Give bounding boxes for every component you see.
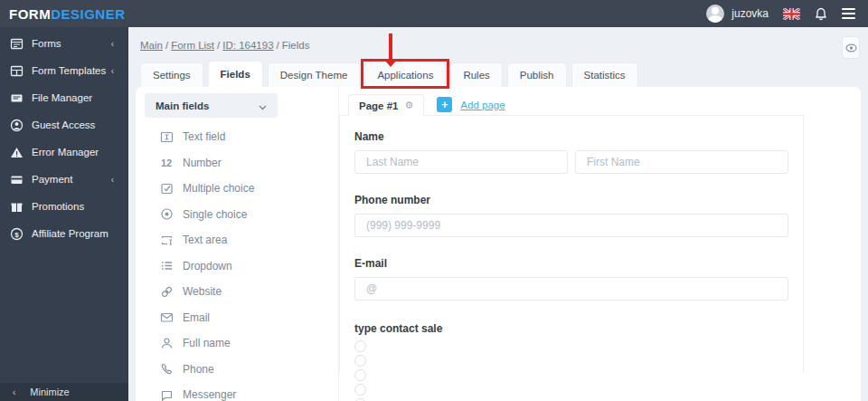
radio-option[interactable] bbox=[354, 369, 366, 381]
guest-access-icon bbox=[10, 119, 24, 132]
field-type-full-name[interactable]: Full name bbox=[136, 330, 338, 357]
phone-icon bbox=[159, 362, 174, 377]
phone-input[interactable] bbox=[354, 214, 788, 237]
radio-option[interactable] bbox=[354, 384, 366, 396]
sidebar-item-payment[interactable]: Payment ‹ bbox=[0, 166, 128, 193]
field-label: E-mail bbox=[354, 257, 788, 270]
tab-publish[interactable]: Publish bbox=[507, 62, 567, 87]
field-type-text-area[interactable]: Text area bbox=[136, 227, 338, 253]
field-label: Name bbox=[354, 130, 788, 143]
field-type-text-field[interactable]: Text field bbox=[136, 124, 338, 150]
tab-statistics[interactable]: Statistics bbox=[571, 62, 638, 87]
error-manager-icon bbox=[10, 146, 24, 159]
email-icon bbox=[159, 310, 174, 325]
form-field-type-contact-sale: type contact sale bbox=[354, 322, 788, 401]
number-icon: 12 bbox=[159, 156, 174, 170]
sidebar-item-affiliate-program[interactable]: $ Affiliate Program bbox=[0, 220, 128, 247]
text-area-icon bbox=[159, 233, 174, 247]
field-type-phone[interactable]: Phone bbox=[136, 357, 338, 383]
website-icon bbox=[159, 284, 174, 299]
page-settings-icon[interactable]: ⚙ bbox=[404, 100, 413, 110]
tab-fields[interactable]: Fields bbox=[208, 61, 263, 87]
chevron-left-icon: ‹ bbox=[13, 387, 15, 397]
field-type-messenger[interactable]: Messenger bbox=[136, 382, 338, 401]
minimize-button[interactable]: ‹ Minimize bbox=[0, 383, 128, 401]
main-fields-dropdown[interactable]: Main fields bbox=[145, 93, 278, 118]
uk-flag-icon[interactable] bbox=[783, 8, 800, 20]
sidebar-item-form-templates[interactable]: Form Templates ‹ bbox=[0, 57, 128, 84]
single-choice-icon bbox=[159, 207, 174, 222]
plus-icon: + bbox=[437, 97, 452, 112]
app-logo[interactable]: FORMDESIGNER bbox=[9, 6, 126, 22]
multiple-choice-icon bbox=[159, 181, 174, 196]
bell-icon[interactable] bbox=[815, 7, 827, 21]
field-label: type contact sale bbox=[354, 322, 788, 335]
breadcrumb-main[interactable]: Main bbox=[140, 40, 163, 51]
tab-applications[interactable]: Applications bbox=[364, 62, 446, 87]
chevron-left-icon: ‹ bbox=[111, 39, 114, 49]
field-type-single-choice[interactable]: Single choice bbox=[136, 202, 338, 228]
text-field-icon bbox=[159, 129, 174, 144]
messenger-icon bbox=[159, 387, 174, 401]
field-type-number[interactable]: 12 Number bbox=[136, 150, 338, 177]
hamburger-icon[interactable] bbox=[842, 8, 855, 19]
field-type-list: Text field 12 Number Multiple choice Sin… bbox=[136, 124, 338, 401]
breadcrumb: Main/Form List/ID: 164193/Fields bbox=[140, 40, 309, 51]
breadcrumb-current: Fields bbox=[282, 40, 310, 51]
content-card: Main fields Text field 12 Number Multipl… bbox=[136, 87, 861, 401]
file-manager-icon bbox=[10, 91, 24, 105]
field-types-panel: Main fields Text field 12 Number Multipl… bbox=[136, 87, 339, 401]
main-content: Main/Form List/ID: 164193/Fields Setting… bbox=[128, 27, 868, 401]
field-type-email[interactable]: Email bbox=[136, 305, 338, 331]
add-page-button[interactable]: + Add page bbox=[437, 97, 505, 112]
sidebar-item-forms[interactable]: Forms ‹ bbox=[0, 30, 128, 57]
forms-icon bbox=[10, 37, 24, 51]
radio-option[interactable] bbox=[354, 355, 366, 367]
sidebar-item-error-manager[interactable]: Error Manager bbox=[0, 138, 128, 166]
logo-designer: DESIGNER bbox=[51, 6, 125, 22]
promotions-icon bbox=[10, 200, 24, 214]
top-header: FORMDESIGNER juzovka bbox=[0, 0, 868, 27]
chevron-left-icon: ‹ bbox=[111, 66, 114, 76]
field-type-dropdown[interactable]: Dropdown bbox=[136, 253, 338, 280]
field-type-multiple-choice[interactable]: Multiple choice bbox=[136, 176, 338, 202]
form-page-panel: Name Phone number E-mail bbox=[339, 115, 804, 372]
sidebar-item-guest-access[interactable]: Guest Access bbox=[0, 111, 128, 138]
sidebar: Forms ‹ Form Templates ‹ File Manager Gu… bbox=[0, 27, 128, 401]
tab-applications-wrapper: Applications bbox=[364, 62, 446, 87]
form-field-name: Name bbox=[354, 130, 788, 174]
user-avatar[interactable] bbox=[706, 5, 724, 23]
username-label[interactable]: juzovka bbox=[731, 7, 769, 20]
last-name-input[interactable] bbox=[354, 150, 568, 174]
eye-icon bbox=[845, 43, 857, 53]
svg-text:$: $ bbox=[14, 230, 19, 238]
field-label: Phone number bbox=[354, 194, 788, 206]
tab-settings[interactable]: Settings bbox=[140, 62, 203, 87]
annotation-arrow-icon bbox=[389, 33, 392, 61]
form-builder-area: Page #1 ⚙ + Add page Name bbox=[339, 87, 861, 401]
sidebar-item-file-manager[interactable]: File Manager bbox=[0, 84, 128, 111]
sidebar-item-promotions[interactable]: Promotions bbox=[0, 193, 128, 220]
tab-design-theme[interactable]: Design Theme bbox=[268, 62, 361, 87]
radio-option[interactable] bbox=[354, 340, 366, 352]
tab-rules[interactable]: Rules bbox=[450, 62, 502, 87]
field-type-website[interactable]: Website bbox=[136, 279, 338, 305]
chevron-down-icon bbox=[259, 98, 267, 114]
form-templates-icon bbox=[10, 64, 24, 78]
page-tab[interactable]: Page #1 ⚙ bbox=[348, 94, 424, 116]
breadcrumb-form-list[interactable]: Form List bbox=[171, 40, 214, 51]
email-input[interactable] bbox=[354, 277, 788, 301]
affiliate-program-icon: $ bbox=[10, 227, 24, 241]
payment-icon bbox=[10, 173, 24, 186]
preview-button[interactable] bbox=[842, 36, 860, 59]
form-field-email: E-mail bbox=[354, 257, 788, 301]
full-name-icon bbox=[159, 336, 174, 350]
chevron-left-icon: ‹ bbox=[111, 175, 114, 185]
form-field-phone: Phone number bbox=[354, 194, 788, 237]
dropdown-icon bbox=[159, 259, 174, 273]
first-name-input[interactable] bbox=[575, 150, 788, 174]
breadcrumb-form-id[interactable]: ID: 164193 bbox=[222, 40, 273, 51]
logo-form: FORM bbox=[9, 6, 51, 22]
tab-bar: Settings Fields Design Theme Application… bbox=[140, 61, 638, 87]
app-window: FORMDESIGNER juzovka Forms ‹ bbox=[0, 0, 868, 401]
